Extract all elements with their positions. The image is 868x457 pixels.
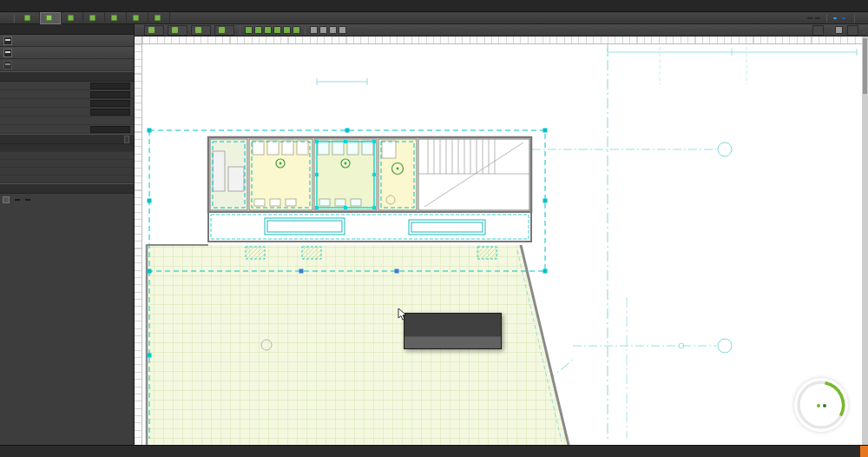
stencils-icon — [155, 15, 161, 21]
grid-bubbles — [532, 142, 732, 353]
energy-potential-gauge[interactable] — [794, 378, 848, 432]
tab-light[interactable] — [62, 12, 83, 24]
mode-dropdown[interactable] — [847, 25, 858, 36]
scrollbar-thumb[interactable] — [863, 38, 867, 94]
fit-view-icon[interactable] — [339, 26, 346, 34]
ruler-vertical — [135, 44, 142, 445]
tab-export[interactable] — [105, 12, 127, 24]
zoom-in-icon[interactable] — [310, 26, 318, 34]
field-ceiling-void — [0, 99, 134, 108]
clearance-to-input[interactable] — [25, 199, 30, 201]
toolbar-right — [797, 14, 868, 23]
construction-icon — [46, 15, 52, 21]
ruler-corner — [135, 36, 142, 44]
clearance-from-input[interactable] — [15, 199, 20, 201]
building-icon — [172, 27, 178, 33]
canvas-toolbar-right — [804, 25, 865, 36]
rectangle-tool-icon[interactable] — [254, 26, 262, 34]
polygon-tool-icon[interactable] — [264, 26, 272, 34]
tool-draw-ceiling[interactable] — [0, 47, 134, 59]
pan-icon[interactable] — [329, 26, 337, 34]
legend-dot-green — [817, 404, 820, 407]
tab-project[interactable] — [18, 12, 40, 24]
contour-row[interactable] — [0, 152, 134, 160]
lightshift-logo — [833, 17, 837, 19]
site-dropdown[interactable] — [144, 25, 164, 36]
room-icon — [219, 27, 225, 33]
contour-row[interactable] — [0, 160, 134, 168]
ceilings-panel — [0, 24, 135, 445]
ceiling-thickness-input[interactable] — [90, 109, 130, 116]
plan-canvas[interactable] — [135, 36, 862, 445]
floor-area[interactable] — [146, 245, 569, 445]
floor-dropdown[interactable] — [191, 25, 211, 36]
mouse-cursor — [398, 308, 408, 321]
room-dropdown[interactable] — [214, 25, 234, 36]
disabled-tool-icon — [3, 61, 12, 70]
status-bar — [0, 445, 868, 457]
separator — [854, 14, 855, 23]
roof-height-input[interactable] — [90, 83, 130, 89]
floor-plan-drawing[interactable] — [135, 36, 862, 445]
lumsearch-logo — [842, 17, 845, 19]
service-strip[interactable] — [208, 212, 531, 242]
menu-bar — [0, 0, 868, 12]
selected-ceiling-female[interactable] — [315, 140, 376, 209]
grid-bubble — [718, 339, 732, 353]
dimension-annotation — [317, 78, 367, 85]
move-tool-icon[interactable] — [293, 26, 300, 34]
main-toolbar — [0, 12, 868, 24]
context-menu-delete[interactable] — [404, 337, 501, 348]
contour-row[interactable] — [0, 176, 134, 183]
floor-icon — [195, 27, 201, 33]
building-dropdown[interactable] — [168, 25, 187, 36]
export-icon — [111, 15, 117, 21]
zoom-out-icon[interactable] — [319, 26, 327, 34]
view-options-icon[interactable] — [835, 26, 843, 34]
light-icon — [68, 15, 74, 21]
circle-tool-icon[interactable] — [273, 26, 281, 34]
shell-floor-input[interactable] — [90, 91, 130, 98]
contour-header — [0, 134, 134, 144]
context-menu-delete-point — [404, 325, 501, 336]
contour-row[interactable] — [0, 168, 134, 176]
separator — [240, 26, 240, 35]
site-icon — [148, 27, 155, 33]
field-roof-height — [0, 82, 134, 90]
field-shell-floor — [0, 90, 134, 99]
ceiling-void-input[interactable] — [90, 100, 130, 107]
active-ceiling-header — [0, 71, 134, 82]
context-menu — [404, 313, 502, 349]
draw-ceiling-icon — [3, 49, 12, 57]
calculation-objects-icon — [89, 15, 95, 21]
vertical-scrollbar[interactable] — [862, 36, 868, 445]
copy-tool-icon[interactable] — [283, 26, 291, 34]
grid-bubble — [718, 142, 732, 156]
ruler-horizontal — [142, 36, 862, 44]
documentation-icon — [133, 15, 139, 21]
canvas-toolbar — [135, 24, 868, 36]
light-scene-dropdown[interactable] — [812, 25, 824, 36]
separator — [14, 14, 15, 23]
field-ceiling-thickness — [0, 108, 134, 116]
legend-dot-dark — [823, 404, 826, 407]
tab-construction[interactable] — [40, 12, 62, 24]
collapse-icon[interactable] — [124, 136, 129, 143]
tab-stencils[interactable] — [148, 12, 170, 24]
contour-table-header — [0, 144, 134, 152]
side-offset-input[interactable] — [90, 126, 130, 133]
project-icon — [24, 15, 30, 21]
context-menu-add-point — [404, 314, 501, 325]
gauge-legend — [817, 404, 826, 407]
tool-insert-ceiling[interactable] — [0, 35, 134, 47]
separator — [826, 14, 827, 23]
tab-documentation[interactable] — [127, 12, 148, 24]
tab-calculation-objects[interactable] — [83, 12, 105, 24]
calculation-options-icon[interactable] — [815, 17, 820, 19]
calculation-dropdown-icon[interactable] — [807, 17, 812, 19]
field-close-sides — [0, 116, 134, 125]
insert-ceiling-icon — [3, 36, 12, 45]
tool-disabled — [0, 59, 134, 71]
notification-flag[interactable] — [860, 446, 868, 457]
draw-tool-icon[interactable] — [245, 26, 253, 34]
